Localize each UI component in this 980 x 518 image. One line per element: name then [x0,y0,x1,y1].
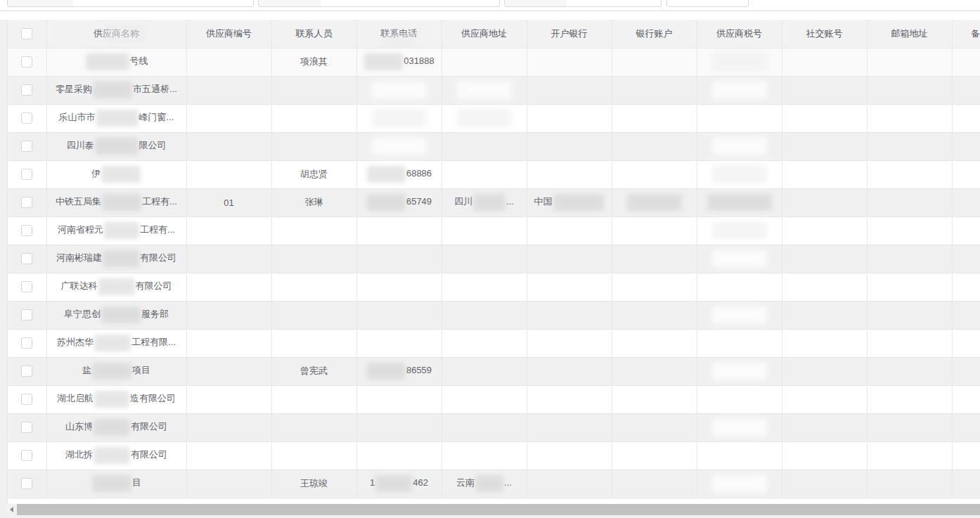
table-row: 广联达科有限公司 [8,273,980,301]
filter-input-3[interactable] [567,0,662,7]
redaction-blur [93,82,132,98]
row-select-cell [8,245,46,273]
cell-text: 湖北拆 [65,449,93,460]
cell-phone: 65749 [356,188,441,216]
cell-contact [271,245,356,273]
cell-contact [271,329,356,357]
cell-remark [952,216,980,245]
redaction-blur [367,194,406,211]
redaction-blur [92,363,131,380]
cell-text: 盐 [82,365,91,375]
cell-bank [527,76,612,104]
cell-email [867,273,952,301]
cell-email [867,188,952,216]
column-header-label: 银行账户 [636,28,673,39]
row-checkbox[interactable] [21,141,32,152]
row-checkbox[interactable] [21,365,32,377]
filter-input-1[interactable] [73,0,254,7]
cell-phone [356,216,441,245]
cell-address [441,216,527,245]
cell-tax [697,245,782,273]
cell-remark [952,470,980,498]
cell-tax [697,132,782,160]
cell-address [441,76,527,104]
toolbar-spacer [0,11,980,20]
row-select-cell [8,104,46,132]
row-checkbox[interactable] [21,56,32,67]
scroll-left-arrow-icon[interactable] [7,504,17,515]
cell-code [186,245,271,273]
redaction-blur [553,194,604,211]
cell-text: 1 [370,477,375,488]
cell-name: 目 [46,470,186,498]
cell-phone [356,76,441,104]
cell-email [867,48,952,76]
cell-text: 68886 [406,168,432,179]
cell-address [441,48,527,76]
cell-tax [697,188,782,216]
cell-contact [271,104,356,132]
column-header-email: 邮箱地址 [867,20,952,48]
row-checkbox[interactable] [21,478,32,489]
redaction-blur [102,194,141,211]
cell-remark [952,385,980,413]
cell-account [612,441,697,470]
table-row: 湖北启航造有限公司 [8,385,980,413]
cell-email [867,441,952,470]
cell-phone [356,413,441,441]
redaction-blur [96,110,138,127]
cell-bank [527,132,612,160]
column-header-contact: 联系人员 [271,20,356,48]
cell-remark [952,160,980,188]
scrollbar-thumb[interactable] [17,504,980,515]
filter-label-2 [258,0,321,7]
cell-tax [697,301,782,329]
cell-text: 四川泰 [67,140,94,150]
select-all-checkbox[interactable] [21,28,32,39]
cell-text: 苏州杰华 [57,337,94,347]
row-checkbox[interactable] [21,394,32,405]
row-checkbox[interactable] [21,309,32,320]
row-checkbox[interactable] [21,253,32,264]
cell-code [186,76,271,104]
toolbar-button-1[interactable] [666,0,707,7]
cell-contact [271,132,356,160]
redaction-smudge [372,81,427,99]
cell-text: 462 [413,477,428,488]
filter-input-2[interactable] [321,0,500,7]
cell-name: 河南彬瑞建有限公司 [46,245,186,273]
redaction-blur [94,419,130,436]
cell-account [612,104,697,132]
cell-text: 服务部 [141,309,169,319]
cell-social [782,413,867,441]
row-checkbox[interactable] [21,84,32,96]
row-checkbox[interactable] [21,337,32,349]
row-checkbox[interactable] [21,422,32,433]
column-header-bank: 开户银行 [527,20,612,48]
cell-text: 65749 [406,196,432,207]
row-checkbox[interactable] [21,281,32,292]
row-checkbox[interactable] [21,169,32,180]
column-header-name: 供应商名称 [46,20,186,48]
cell-tax [697,470,782,498]
row-checkbox[interactable] [21,112,32,124]
cell-text: 有限公司 [140,252,176,263]
cell-tax [697,160,782,188]
row-select-cell [8,48,46,76]
cell-social [782,273,867,301]
redaction-blur [95,138,138,155]
row-checkbox[interactable] [21,450,32,461]
cell-social [782,357,867,385]
column-header-label: 供应商税号 [716,28,762,39]
cell-phone [356,329,441,357]
filter-label-3 [504,0,567,7]
row-checkbox[interactable] [21,197,32,208]
redaction-blur [364,53,403,70]
redaction-blur [473,194,505,211]
toolbar-button-2[interactable] [707,0,749,7]
horizontal-scrollbar[interactable] [7,504,980,515]
cell-email [867,132,952,160]
redaction-blur [104,222,139,239]
row-checkbox[interactable] [21,225,32,236]
table-row: 河南省程元工程有... [8,216,980,245]
